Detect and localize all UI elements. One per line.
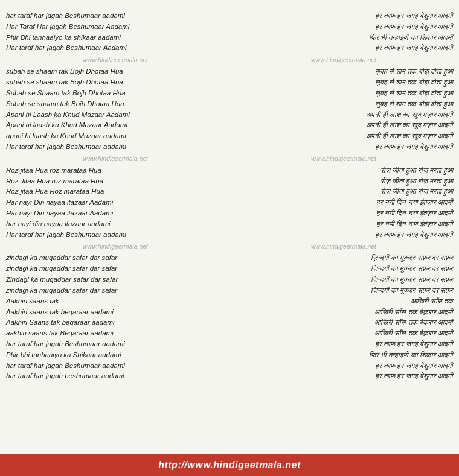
lyric-line-devanagari: अपनी ही लाश का खुद मज़ार आदमी — [234, 110, 453, 121]
lyric-line-roman: Roz Jitaa Hua roz marataa Hua — [6, 176, 225, 187]
lyric-line-roman: Har taraf har jagah Beshumaar aadami — [6, 142, 225, 153]
lyric-line-roman: apani hi laash ka Khud Mazaar aadami — [6, 131, 225, 142]
lyric-line-devanagari: रोज़ जीता हुआ रोज़ मरता हुआ — [234, 165, 453, 176]
lyric-line-devanagari: ज़िन्दगी का मुक़द्दर सफ़र दर सफ़र — [234, 285, 453, 296]
lyric-line-roman: Aakhiri saans tak beqaraar aadami — [6, 307, 225, 318]
lyric-line-devanagari: सुबह से शाम तक बोझ ढोता हुआ — [234, 99, 453, 110]
lyric-line-roman: Aakhiri Saans tak beqaraar aadami — [6, 317, 225, 328]
column-devanagari: हर तरफ हर जगह बेशुमार आदमीहर तरफ हर जगह … — [230, 11, 453, 448]
lyric-line-roman: zindagi ka muqaddar safar dar safar — [6, 264, 225, 274]
lyric-line-roman: har taraf har jagah Beshumaar aadami — [6, 11, 225, 22]
watermark-devanagari: www.hindigeetmala.net — [234, 54, 453, 66]
lyric-line-devanagari: हर तरफ हर जगह बेशुमार आदमी — [234, 361, 453, 372]
lyric-line-roman: Phir bhi tanhaaiyo ka Shikaar aadami — [6, 350, 225, 361]
lyric-line-devanagari: फिर भी तन्हाइयों का शिकार आदमी — [234, 350, 453, 361]
lyric-line-roman: Apani hi laash ka Khud Mazaar Aadami — [6, 120, 225, 131]
lyric-line-devanagari: अपनी ही लाश का खुद मज़ार आदमी — [234, 131, 453, 142]
lyric-line-devanagari: हर तरफ हर जगह बेशुमार आदमी — [234, 339, 453, 350]
lyric-line-roman: subah se shaam tak Bojh Dhotaa Hua — [6, 66, 225, 77]
lyric-line-roman: zindagi ka muqaddar safar dar safar — [6, 285, 225, 296]
lyric-line-roman: Har nayi Din nayaa itazaar Aadami — [6, 208, 225, 219]
footer-url: http://www.hindigeetmala.net — [158, 460, 301, 471]
lyric-line-devanagari: सुबह से शाम तक बोझ ढोता हुआ — [234, 66, 453, 77]
lyric-line-devanagari: हर तरफ हर जगह बेशुमार आदमी — [234, 43, 453, 54]
lyric-line-devanagari: आखिरी साँस तक बेक़रार आदमी — [234, 328, 453, 339]
lyric-line-roman: subah se shaam tak Bojh Dhotaa Hua — [6, 77, 225, 88]
lyric-line-devanagari: अपनी ही लाश का खुद मज़ार आदमी — [234, 120, 453, 131]
footer-bar: http://www.hindigeetmala.net — [0, 454, 459, 476]
lyric-line-roman: Phir Bhi tanhaaiyo ka shikaar aadami — [6, 33, 225, 43]
lyric-line-roman: Har taraf har jagah Beshumaar aadami — [6, 230, 225, 241]
lyric-line-devanagari: हर तरफ हर जगह बेशुमार आदमी — [234, 371, 453, 382]
lyrics-page: har taraf har jagah Beshumaar aadamiHar … — [0, 0, 459, 454]
lyric-line-devanagari: ज़िन्दगी का मुक़द्दर सफ़र दर सफ़र — [234, 253, 453, 264]
lyric-line-devanagari: सुबह से शाम तक बोझ ढोता हुआ — [234, 88, 453, 99]
lyric-line-roman: har nayi din nayaa itazaar aadami — [6, 219, 225, 230]
lyric-line-roman: Roz jitaa Hua Roz marataa Hua — [6, 186, 225, 197]
lyric-line-roman: har taraf har jagah Beshumaar aadami — [6, 361, 225, 372]
lyric-line-roman: zindagi ka muqaddar safar dar safar — [6, 253, 225, 264]
lyric-line-devanagari: हर नयी दिन नया इंतज़ार आदमी — [234, 197, 453, 208]
lyric-line-roman: Subah se Shaam tak Bojh Dhotaa Hua — [6, 88, 225, 99]
lyric-line-devanagari: आखिरी साँस तक बेक़रार आदमी — [234, 317, 453, 328]
lyric-line-devanagari: आखिरी साँस तक बेक़रार आदमी — [234, 307, 453, 318]
watermark-devanagari: www.hindigeetmala.net — [234, 153, 453, 165]
lyric-line-devanagari: रोज़ जीता हुआ रोज़ मरता हुआ — [234, 176, 453, 187]
watermark-roman: www.hindigeetmala.net — [6, 153, 225, 165]
lyric-line-devanagari: रोज़ जीता हुआ रोज़ मरता हुआ — [234, 186, 453, 197]
lyric-line-roman: aakhiri saans tak Beqaraar aadami — [6, 328, 225, 339]
lyric-line-roman: Aakhiri saans tak — [6, 296, 225, 307]
lyric-line-devanagari: हर तरफ हर जगह बेशुमार आदमी — [234, 22, 453, 33]
lyric-line-devanagari: हर नयी दिन नया इंतज़ार आदमी — [234, 219, 453, 230]
lyrics-container: har taraf har jagah Beshumaar aadamiHar … — [0, 0, 459, 454]
lyric-line-devanagari: हर नयी दिन नया इंतज़ार आदमी — [234, 208, 453, 219]
lyric-line-devanagari: ज़िन्दगी का मुक़द्दर सफ़र दर सफ़र — [234, 264, 453, 274]
lyric-line-roman: Har Taraf Har jagah Beshumaar Aadami — [6, 22, 225, 33]
lyric-line-roman: Zindagi ka muqaddar safar dar safar — [6, 274, 225, 285]
watermark-devanagari: www.hindigeetmala.net — [234, 240, 453, 253]
lyric-line-roman: Har taraf har jagah Beshumaar Aadami — [6, 43, 225, 54]
lyric-line-devanagari: आखिरी साँस तक — [234, 296, 453, 307]
lyric-line-devanagari: हर तरफ हर जगह बेशुमार आदमी — [234, 142, 453, 153]
column-roman: har taraf har jagah Beshumaar aadamiHar … — [6, 11, 230, 448]
lyric-line-devanagari: सुबह से शाम तक बोझ ढोता हुआ — [234, 77, 453, 88]
watermark-roman: www.hindigeetmala.net — [6, 240, 225, 253]
lyric-line-roman: Apani hi Laash ka Khud Mazaar Aadami — [6, 110, 225, 121]
watermark-roman: www.hindigeetmala.net — [6, 54, 225, 66]
lyric-line-devanagari: ज़िन्दगी का मुक़द्दर सफ़र दर सफ़र — [234, 274, 453, 285]
lyric-line-roman: Subah se shaam tak Bojh Dhotaa Hua — [6, 99, 225, 110]
lyric-line-roman: har taraf har jagah beshumaar aadami — [6, 371, 225, 382]
lyric-line-devanagari: फिर भी तन्हाइयों का शिकार आदमी — [234, 33, 453, 43]
lyric-line-roman: Har nayi Din nayaa itazaar Aadami — [6, 197, 225, 208]
lyric-line-devanagari: हर तरफ हर जगह बेशुमार आदमी — [234, 230, 453, 241]
lyric-line-devanagari: हर तरफ हर जगह बेशुमार आदमी — [234, 11, 453, 22]
lyric-line-roman: har taraf har jagah Beshumaar aadami — [6, 339, 225, 350]
lyric-line-roman: Roz jitaa Hua roz marataa Hua — [6, 165, 225, 176]
